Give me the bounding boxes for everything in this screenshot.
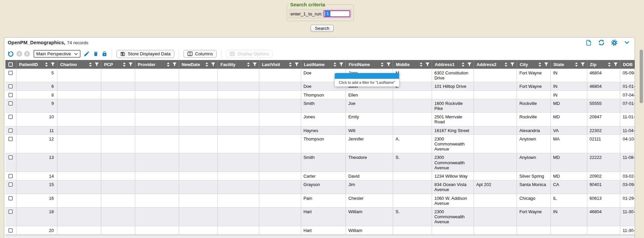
- cell-middle[interactable]: [393, 172, 432, 180]
- cell-patient_id[interactable]: 9: [16, 99, 57, 112]
- cell-first_name[interactable]: William: [346, 207, 393, 226]
- cell-address1[interactable]: 1600 Rockville Pike: [432, 99, 474, 112]
- cell-city[interactable]: Rockville: [517, 113, 551, 126]
- cell-new_date[interactable]: [179, 69, 218, 82]
- cell-zip[interactable]: 60613: [587, 194, 620, 207]
- column-header-label[interactable]: PatientID: [19, 62, 38, 67]
- cell-state[interactable]: MA: [550, 134, 587, 153]
- cell-new_date[interactable]: [179, 126, 218, 134]
- cell-address1[interactable]: 101 Hilltop Drive: [432, 82, 474, 91]
- cell-state[interactable]: IN: [550, 69, 587, 82]
- cell-middle[interactable]: A.: [393, 134, 432, 153]
- cell-dob[interactable]: 04-10-1978: [620, 134, 635, 153]
- cell-first_name[interactable]: Chester: [346, 194, 393, 207]
- row-checkbox[interactable]: [8, 128, 13, 133]
- cell-address2[interactable]: [474, 207, 517, 226]
- cell-last_visit[interactable]: [259, 207, 301, 226]
- row-checkbox[interactable]: [8, 210, 13, 214]
- cell-address1[interactable]: 1060 W. Addison Avenue: [432, 194, 474, 207]
- cell-new_date[interactable]: [179, 226, 218, 234]
- cell-last_visit[interactable]: [259, 194, 301, 207]
- forward-button[interactable]: [24, 51, 30, 57]
- cell-address1[interactable]: 6302 Constitution Drive: [432, 69, 474, 82]
- cell-state[interactable]: IN: [550, 91, 587, 99]
- cell-new_date[interactable]: [179, 99, 218, 112]
- vertical-scrollbar-thumb[interactable]: [640, 50, 643, 103]
- cell-middle[interactable]: S.: [393, 153, 432, 172]
- filter-icon[interactable]: [613, 62, 618, 67]
- row-checkbox[interactable]: [8, 155, 13, 160]
- search-button[interactable]: Search: [311, 25, 334, 32]
- cell-first_name[interactable]: Jennifer: [346, 134, 393, 153]
- column-header-middle[interactable]: Middle: [393, 60, 432, 69]
- edit-pencil-icon[interactable]: [84, 51, 90, 57]
- cell-chartno[interactable]: [57, 226, 101, 234]
- cell-address2[interactable]: [474, 153, 517, 172]
- cell-last_name[interactable]: Smith: [301, 153, 346, 172]
- cell-pcp[interactable]: [101, 126, 135, 134]
- cell-city[interactable]: Anytown: [517, 134, 551, 153]
- cell-new_date[interactable]: [179, 207, 218, 226]
- cell-zip[interactable]: 02111: [587, 134, 620, 153]
- cell-middle[interactable]: [393, 194, 432, 207]
- cell-last_visit[interactable]: [259, 226, 301, 234]
- cell-address2[interactable]: Apt 202: [474, 180, 517, 194]
- cell-pcp[interactable]: [101, 226, 135, 234]
- cell-city[interactable]: [517, 226, 551, 234]
- row-checkbox[interactable]: [8, 93, 13, 97]
- cell-address1[interactable]: 2300 Commonwealth Avenue: [432, 134, 474, 153]
- sort-icon[interactable]: [575, 62, 578, 67]
- cell-state[interactable]: MD: [550, 153, 587, 172]
- column-header-patient_id[interactable]: PatientID: [16, 60, 57, 69]
- cell-address2[interactable]: [474, 82, 517, 91]
- cell-provider[interactable]: [135, 91, 179, 99]
- cell-address1[interactable]: 2300 Commonwealth Avenue: [432, 207, 474, 226]
- cell-facility[interactable]: [218, 194, 259, 207]
- cell-city[interactable]: Anytown: [517, 153, 551, 172]
- cell-state[interactable]: CA: [550, 180, 587, 194]
- column-header-chartno[interactable]: Chartno: [57, 60, 101, 69]
- cell-pcp[interactable]: [101, 194, 135, 207]
- sort-icon[interactable]: [380, 62, 384, 67]
- cell-first_name[interactable]: Theodore: [346, 153, 393, 172]
- cell-pcp[interactable]: [101, 153, 135, 172]
- chevron-down-icon[interactable]: [624, 40, 630, 46]
- column-header-city[interactable]: City: [517, 60, 551, 69]
- column-header-label[interactable]: Provider: [138, 62, 156, 67]
- column-header-last_name[interactable]: LastName: [301, 60, 346, 69]
- cell-zip[interactable]: [587, 91, 620, 99]
- cell-chartno[interactable]: [57, 180, 101, 194]
- column-header-label[interactable]: City: [520, 62, 528, 67]
- cell-last_visit[interactable]: [259, 180, 301, 194]
- cell-state[interactable]: MD: [550, 113, 587, 126]
- cell-first_name[interactable]: Joe: [346, 99, 393, 112]
- cell-zip[interactable]: 90401: [587, 180, 620, 194]
- cell-zip[interactable]: [587, 226, 620, 234]
- cell-chartno[interactable]: [57, 134, 101, 153]
- column-header-label[interactable]: Facility: [220, 62, 235, 67]
- column-header-new_date[interactable]: NewDate: [179, 60, 218, 69]
- cell-last_name[interactable]: Grayson: [301, 180, 346, 194]
- row-checkbox[interactable]: [8, 182, 13, 187]
- cell-last_name[interactable]: Carter: [301, 172, 346, 180]
- cell-state[interactable]: IL: [550, 194, 587, 207]
- cell-zip[interactable]: 46804: [587, 82, 620, 91]
- cell-new_date[interactable]: [179, 91, 218, 99]
- column-header-label[interactable]: Zip: [590, 62, 597, 67]
- cell-facility[interactable]: [218, 82, 259, 91]
- row-checkbox[interactable]: [8, 84, 13, 88]
- cell-pcp[interactable]: [101, 91, 135, 99]
- cell-last_visit[interactable]: [259, 113, 301, 126]
- cell-dob[interactable]: 11-30-1954: [620, 226, 635, 234]
- row-checkbox[interactable]: [8, 115, 13, 119]
- cell-state[interactable]: IN: [550, 207, 587, 226]
- column-header-provider[interactable]: Provider: [135, 60, 179, 69]
- cell-provider[interactable]: [135, 226, 179, 234]
- sort-icon[interactable]: [504, 62, 508, 67]
- cell-address1[interactable]: 834 Ocean Vista Avenue: [432, 180, 474, 194]
- cell-provider[interactable]: [135, 153, 179, 172]
- cell-state[interactable]: MD: [550, 99, 587, 112]
- refresh-icon[interactable]: [598, 39, 605, 46]
- column-header-label[interactable]: Middle: [396, 62, 410, 67]
- sort-icon[interactable]: [247, 62, 250, 67]
